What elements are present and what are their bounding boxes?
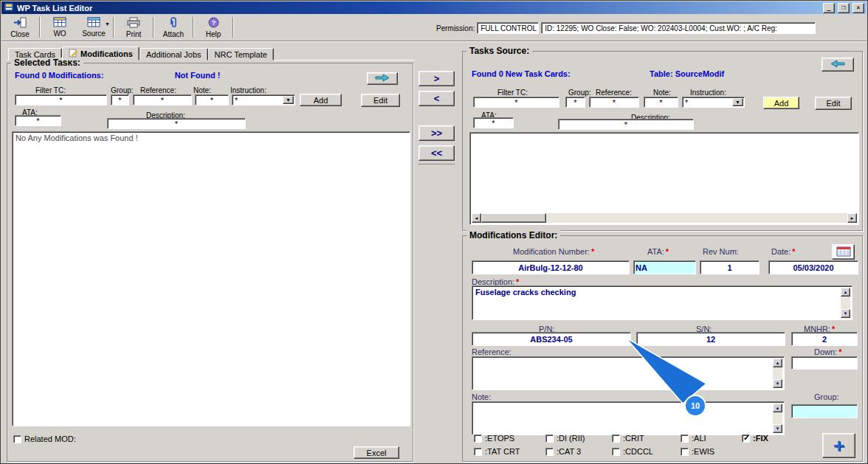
ali-checkbox[interactable]: :ALI [681,434,706,443]
wo-button[interactable]: WO [43,15,77,39]
move-right-button[interactable]: > [418,71,455,86]
checkbox-icon[interactable] [474,448,482,456]
instruction-filter-dropdown[interactable]: * ▼ [682,97,745,108]
selected-tasks-list[interactable]: No Any Modifications was Found ! [12,131,410,426]
checkbox-icon[interactable] [612,434,620,443]
toolbar-separator [232,17,234,38]
vertical-scrollbar[interactable]: ▲ ▼ [841,288,850,318]
note-filter-input[interactable] [644,97,678,108]
filter-tc-input[interactable] [15,94,107,105]
note-textbox[interactable]: ▲ ▼ [472,401,785,435]
tab-nrc-template[interactable]: NRC Template [208,48,274,60]
related-mod-checkbox[interactable]: Related MOD: [13,434,76,443]
scroll-up-icon[interactable]: ▲ [773,404,782,412]
edit-selected-button[interactable]: Edit [361,94,400,107]
scroll-up-icon[interactable]: ▲ [773,359,782,367]
checkbox-icon[interactable] [545,434,554,443]
vertical-scrollbar[interactable]: ▲ ▼ [773,404,782,433]
tab-additional-jobs[interactable]: Additional Jobs [140,48,208,60]
fix-checkbox[interactable]: :FIX [742,434,768,443]
toolbar-separator [113,17,114,38]
pn-input[interactable] [472,332,631,346]
maximize-icon[interactable]: ❐ [838,3,850,13]
close-window-icon[interactable]: ✕ [852,3,864,13]
attach-button[interactable]: Attach [156,15,190,39]
crit-checkbox[interactable]: :CRIT [612,434,644,443]
cdccl-checkbox[interactable]: :CDCCL [612,447,653,456]
checkbox-icon[interactable] [474,434,482,443]
di-rii-checkbox[interactable]: :DI (RII) [545,434,585,443]
close-button[interactable]: Close [3,15,37,39]
group-filter-input[interactable] [565,97,585,108]
window-title: WP Task List Editor [17,4,92,13]
modification-number-input[interactable] [472,260,630,274]
checkbox-icon[interactable] [742,434,750,443]
scroll-right-icon[interactable]: ► [847,213,857,223]
focus-dotted-line [418,164,455,165]
printer-icon [127,17,140,30]
ewis-checkbox[interactable]: :EWIS [681,447,714,456]
checkbox-icon[interactable] [681,434,689,443]
arrow-left-icon [830,60,846,69]
move-all-right-button[interactable]: >> [418,125,455,141]
checkbox-icon[interactable] [13,435,21,443]
scroll-up-icon[interactable]: ▲ [841,288,850,297]
help-button[interactable]: ? Help [196,15,230,39]
move-all-left-button[interactable]: << [418,145,455,161]
tasks-source-list[interactable]: ◄ ► [469,132,859,225]
move-left-button[interactable]: < [418,91,455,106]
note-filter-input[interactable] [195,94,229,105]
add-selected-button[interactable]: Add [300,94,342,106]
description-textbox[interactable]: Fuselage cracks checking ▲ ▼ [472,285,852,320]
date-label: Date:* [771,247,796,256]
instruction-filter-dropdown[interactable]: * ▼ [232,94,295,105]
description-filter-input[interactable] [558,119,694,130]
required-asterisk: * [666,247,669,256]
tab-modifications[interactable]: Modifications [62,46,140,60]
scroll-down-icon[interactable]: ▼ [773,424,782,433]
down-input[interactable] [791,356,858,370]
move-source-left-button[interactable] [822,58,854,72]
group-input[interactable] [791,404,858,418]
reference-filter-input[interactable] [133,94,192,105]
scroll-down-icon[interactable]: ▼ [841,309,850,318]
horizontal-scrollbar[interactable]: ◄ ► [472,213,857,223]
paperclip-icon [168,17,179,30]
checkbox-icon[interactable] [681,448,689,456]
date-input[interactable] [768,260,858,274]
reference-filter-input[interactable] [589,97,639,108]
print-button[interactable]: Print [117,15,151,39]
sn-input[interactable] [636,332,785,346]
add-source-button[interactable]: Add [763,97,799,109]
checkbox-icon[interactable] [545,448,554,456]
excel-button[interactable]: Excel [354,446,399,459]
description-filter-input[interactable] [107,118,246,129]
group-filter-input[interactable] [111,94,129,105]
edit-source-button[interactable]: Edit [815,97,852,110]
rev-num-input[interactable] [700,260,760,274]
rev-num-label: Rev Num: [703,247,739,256]
source-button[interactable]: Source ▼ [77,15,111,39]
source-dropdown-icon[interactable]: ▼ [105,21,110,27]
filter-tc-input[interactable] [473,97,559,108]
dropdown-arrow-icon[interactable]: ▼ [283,96,294,104]
vertical-scrollbar[interactable]: ▲ ▼ [773,359,782,388]
minimize-icon[interactable]: _ [823,3,835,13]
ata-filter-input[interactable] [15,115,61,126]
reference-textbox[interactable]: ▲ ▼ [472,356,785,390]
move-selected-right-button[interactable] [367,72,398,85]
calendar-button[interactable] [832,244,855,260]
etops-checkbox[interactable]: :ETOPS [474,434,514,443]
ata-input[interactable] [633,260,696,274]
toolbar-separator [39,17,41,38]
scroll-left-icon[interactable]: ◄ [472,213,481,223]
checkbox-icon[interactable] [612,448,620,456]
ata-filter-input[interactable] [473,117,514,128]
tat-crt-checkbox[interactable]: :TAT CRT [474,447,520,456]
scrollbar-thumb[interactable] [481,213,546,223]
cat-3-checkbox[interactable]: :CAT 3 [545,447,581,456]
add-modification-button[interactable]: + [822,433,855,458]
scroll-down-icon[interactable]: ▼ [773,379,782,388]
dropdown-arrow-icon[interactable]: ▼ [732,98,743,106]
mnhr-input[interactable] [791,332,858,346]
